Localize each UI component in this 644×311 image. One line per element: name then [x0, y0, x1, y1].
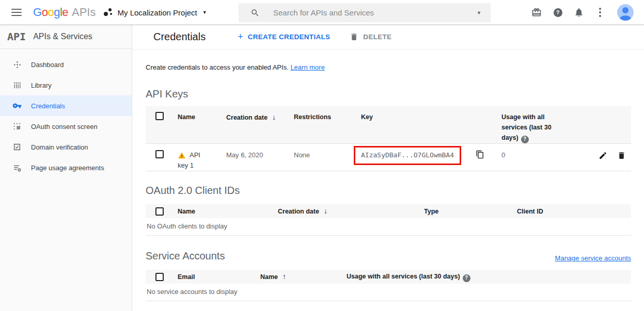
- search-input[interactable]: [273, 8, 477, 17]
- project-icon: [104, 8, 112, 17]
- sidebar: API APIs & Services Dashboard Library: [0, 25, 132, 311]
- api-keys-col-creation-date[interactable]: Creation date↓: [226, 112, 294, 143]
- service-accounts-table-header: Email Name↑ Usage with all services (las…: [146, 270, 631, 284]
- trash-icon: [350, 32, 358, 41]
- sidebar-item-label: Page usage agreements: [31, 164, 104, 172]
- sidebar-item-page-usage-agreements[interactable]: Page usage agreements: [0, 157, 132, 178]
- api-keys-table-header: Name Creation date↓ Restrictions Key Usa…: [146, 106, 631, 143]
- manage-service-accounts-link[interactable]: Manage service accounts: [555, 254, 631, 262]
- sidebar-item-domain-verification[interactable]: Domain verification: [0, 137, 132, 157]
- google-apis-logo[interactable]: Google APIs: [33, 6, 96, 19]
- logo-letter: o: [48, 6, 54, 19]
- edit-pencil-icon[interactable]: [599, 151, 607, 171]
- intro-text: Create credentials to access your enable…: [146, 63, 631, 71]
- library-icon: [12, 80, 22, 90]
- sidebar-item-credentials[interactable]: Credentials: [0, 95, 132, 116]
- sidebar-item-oauth-consent-screen[interactable]: OAuth consent screen: [0, 116, 132, 137]
- copy-icon[interactable]: [476, 150, 484, 159]
- warning-icon: [178, 152, 186, 159]
- key-icon: [12, 101, 22, 111]
- row-checkbox[interactable]: [155, 150, 164, 158]
- create-credentials-button[interactable]: + CREATE CREDENTIALS: [238, 31, 330, 42]
- more-options-icon[interactable]: [595, 7, 605, 18]
- logo-letter: e: [62, 6, 68, 19]
- api-key-creation-date: May 6, 2020: [226, 150, 294, 171]
- page-title: Credentials: [153, 31, 206, 43]
- sidebar-header: API APIs & Services: [0, 25, 132, 49]
- select-all-checkbox[interactable]: [155, 273, 164, 281]
- service-accounts-section-title: Service Accounts: [146, 250, 225, 262]
- api-key-value: AIzaSyDBaF...O7GLOwmBA4: [361, 151, 454, 159]
- project-selector[interactable]: My Localization Project ▼: [104, 8, 207, 17]
- google-cloud-console: Google APIs My Localization Project ▼ ▼ …: [0, 0, 644, 311]
- logo-letter: g: [54, 6, 60, 19]
- sort-ascending-icon: ↑: [282, 272, 286, 281]
- hamburger-menu-icon[interactable]: [11, 9, 22, 16]
- consent-screen-icon: [12, 121, 22, 132]
- gift-icon[interactable]: [531, 7, 542, 18]
- select-all-checkbox[interactable]: [155, 112, 164, 120]
- select-all-checkbox[interactable]: [155, 207, 164, 216]
- logo-letter: G: [33, 6, 42, 19]
- sa-col-email: Email: [178, 272, 260, 282]
- oauth-empty-message: No OAuth clients to display: [146, 218, 631, 236]
- api-key-highlight-annotation: AIzaSyDBaF...O7GLOwmBA4: [354, 146, 461, 165]
- sort-descending-icon: ↓: [324, 207, 327, 215]
- sa-col-usage: Usage with all services (last 30 days)?: [347, 271, 631, 282]
- help-icon[interactable]: ?: [521, 136, 529, 143]
- sidebar-item-library[interactable]: Library: [0, 75, 132, 95]
- service-accounts-empty-message: No service accounts to display: [146, 284, 631, 301]
- oauth-section-title: OAuth 2.0 Client IDs: [146, 185, 631, 197]
- api-keys-col-usage: Usage with all services (last 30 days)?: [501, 112, 561, 143]
- logo-suffix: APIs: [72, 6, 96, 19]
- logo-letter: o: [42, 6, 48, 19]
- dashboard-icon: [12, 59, 22, 70]
- oauth-col-name: Name: [178, 206, 278, 217]
- delete-trash-icon[interactable]: [617, 151, 626, 171]
- sidebar-item-label: Library: [31, 81, 52, 89]
- api-logo: API: [7, 30, 26, 43]
- page-toolbar: Credentials + CREATE CREDENTIALS DELETE: [133, 25, 644, 50]
- sidebar-title: APIs & Services: [33, 32, 92, 41]
- search-icon: [250, 8, 260, 18]
- sort-descending-icon: ↓: [272, 113, 276, 121]
- api-key-name: API key 1: [178, 150, 226, 171]
- api-keys-col-restrictions: Restrictions: [294, 112, 361, 143]
- oauth-table-header: Name Creation date↓ Type Client ID: [146, 204, 631, 218]
- learn-more-link[interactable]: Learn more: [290, 63, 324, 71]
- sidebar-item-label: Credentials: [31, 102, 65, 110]
- api-key-restrictions: None: [294, 150, 361, 171]
- api-keys-section-title: API Keys: [146, 88, 631, 100]
- sidebar-item-dashboard[interactable]: Dashboard: [0, 54, 132, 75]
- search-bar[interactable]: ▼: [239, 3, 491, 22]
- account-avatar[interactable]: [617, 4, 634, 21]
- api-keys-col-key: Key: [361, 112, 501, 143]
- main-panel: Credentials + CREATE CREDENTIALS DELETE …: [133, 25, 644, 311]
- help-icon[interactable]: ?: [553, 7, 563, 18]
- notifications-bell-icon[interactable]: [574, 7, 584, 18]
- oauth-col-type: Type: [424, 206, 517, 217]
- domain-verification-icon: [12, 142, 22, 152]
- plus-icon: +: [238, 31, 243, 42]
- sidebar-item-label: Dashboard: [31, 61, 64, 69]
- chevron-down-icon: ▼: [202, 10, 207, 15]
- api-key-usage: 0: [501, 150, 595, 171]
- api-keys-col-name: Name: [178, 112, 226, 143]
- search-dropdown-caret-icon[interactable]: ▼: [477, 10, 481, 15]
- help-icon[interactable]: ?: [463, 274, 470, 282]
- project-name: My Localization Project: [117, 8, 197, 17]
- oauth-col-client-id: Client ID: [517, 206, 631, 217]
- api-key-table-row: API key 1 May 6, 2020 None AIzaSyDBaF...…: [146, 143, 631, 171]
- topbar: Google APIs My Localization Project ▼ ▼ …: [0, 0, 644, 25]
- page-usage-agreements-icon: [12, 162, 22, 173]
- delete-button[interactable]: DELETE: [350, 32, 391, 41]
- sa-col-name[interactable]: Name↑: [260, 271, 347, 282]
- sidebar-item-label: OAuth consent screen: [31, 123, 98, 130]
- sidebar-item-label: Domain verification: [31, 143, 88, 151]
- oauth-col-creation-date[interactable]: Creation date↓: [278, 206, 424, 217]
